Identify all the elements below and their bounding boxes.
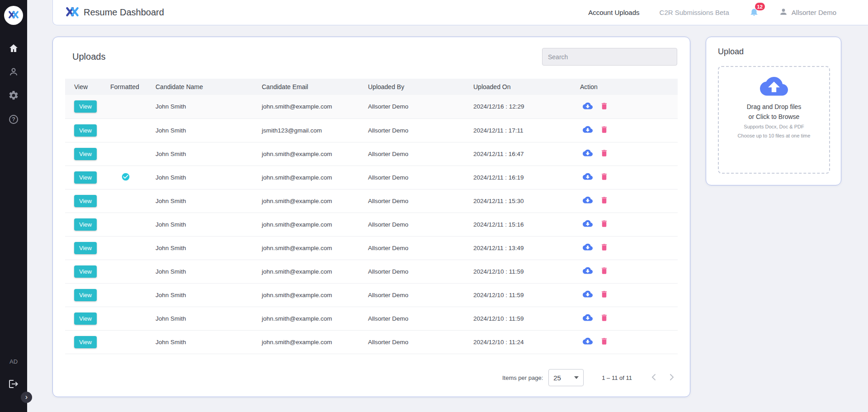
logout-icon: [8, 379, 19, 391]
download-button[interactable]: [583, 149, 593, 158]
notification-badge: 12: [755, 3, 765, 10]
download-button[interactable]: [583, 267, 593, 276]
download-button[interactable]: [583, 126, 593, 135]
candidate-email: john.smith@example.com: [262, 189, 368, 213]
sidebar-item-help[interactable]: [7, 113, 20, 126]
delete-button[interactable]: [600, 101, 609, 112]
table-row: View John Smith john.smith@example.com A…: [65, 236, 678, 260]
uploads-table-head-row: ViewFormattedCandidate NameCandidate Ema…: [65, 79, 678, 95]
trash-icon: [600, 223, 609, 230]
download-button[interactable]: [583, 173, 593, 182]
delete-button[interactable]: [600, 336, 609, 347]
uploaded-by: Allsorter Demo: [368, 213, 473, 236]
sidebar-item-home[interactable]: [7, 43, 20, 55]
download-button[interactable]: [583, 196, 593, 205]
uploaded-on: 2024/12/10 : 11:59: [473, 260, 580, 283]
uploaded-on: 2024/12/10 : 11:59: [473, 283, 580, 307]
delete-button[interactable]: [600, 195, 609, 206]
click-browse-text: or Click to Browse: [719, 113, 829, 120]
next-page-button[interactable]: [666, 372, 677, 384]
bell-icon: [749, 11, 759, 18]
brand-x-icon: [66, 7, 79, 19]
download-button[interactable]: [583, 337, 593, 346]
upload-panel: Upload Drag and Drop files or Click to B…: [706, 37, 841, 185]
dropdown-icon: [574, 376, 579, 379]
table-row: View John Smith john.smith@example.com A…: [65, 283, 678, 307]
cloud-download-icon: [583, 222, 593, 229]
candidate-email: john.smith@example.com: [262, 260, 368, 283]
download-button[interactable]: [583, 102, 593, 111]
nav-c2r-submissions[interactable]: C2R Submissions Beta: [660, 9, 729, 16]
prev-page-button[interactable]: [648, 372, 659, 384]
view-button[interactable]: View: [74, 265, 97, 278]
sidebar-item-candidates[interactable]: [7, 66, 20, 79]
file-dropzone[interactable]: Drag and Drop files or Click to Browse S…: [718, 66, 830, 174]
delete-button[interactable]: [600, 219, 609, 230]
table-row: View John Smith john.smith@example.com A…: [65, 307, 678, 330]
view-button[interactable]: View: [74, 100, 97, 113]
notifications-button[interactable]: 12: [749, 7, 759, 18]
cloud-download-icon: [583, 128, 593, 135]
upload-title: Upload: [718, 47, 841, 57]
uploaded-by: Allsorter Demo: [368, 330, 473, 354]
candidate-name: John Smith: [156, 142, 262, 166]
view-button[interactable]: View: [74, 289, 97, 301]
candidate-name: John Smith: [156, 95, 262, 118]
people-icon: [8, 66, 19, 79]
sidebar-item-settings[interactable]: [7, 90, 20, 102]
sidebar-logo: [4, 6, 23, 25]
view-button[interactable]: View: [74, 218, 97, 231]
delete-button[interactable]: [600, 242, 609, 253]
view-button[interactable]: View: [74, 195, 97, 207]
candidate-name: John Smith: [156, 213, 262, 236]
items-per-page-select[interactable]: 25: [548, 369, 584, 386]
uploads-title: Uploads: [72, 52, 105, 62]
candidate-email: john.smith@example.com: [262, 95, 368, 118]
candidate-name: John Smith: [156, 236, 262, 260]
trash-icon: [600, 176, 609, 183]
download-button[interactable]: [583, 290, 593, 299]
trash-icon: [600, 152, 609, 159]
cloud-download-icon: [583, 199, 593, 205]
download-button[interactable]: [583, 243, 593, 252]
delete-button[interactable]: [600, 313, 609, 324]
view-button[interactable]: View: [74, 313, 97, 325]
column-header-candidate-email: Candidate Email: [262, 79, 368, 95]
uploads-table: ViewFormattedCandidate NameCandidate Ema…: [65, 79, 678, 354]
candidate-email: john.smith@example.com: [262, 283, 368, 307]
candidate-name: John Smith: [156, 307, 262, 330]
candidate-name: John Smith: [156, 330, 262, 354]
cloud-download-icon: [583, 175, 593, 182]
candidate-name: John Smith: [156, 166, 262, 189]
candidate-email: john.smith@example.com: [262, 236, 368, 260]
delete-button[interactable]: [600, 266, 609, 277]
delete-button[interactable]: [600, 172, 609, 183]
delete-button[interactable]: [600, 289, 609, 300]
nav-account-uploads[interactable]: Account Uploads: [588, 9, 639, 16]
user-menu[interactable]: Allsorter Demo: [779, 7, 836, 18]
candidate-name: John Smith: [156, 283, 262, 307]
download-button[interactable]: [583, 220, 593, 229]
user-name: Allsorter Demo: [792, 9, 836, 16]
home-icon: [8, 43, 19, 55]
brand: Resume Dashboard: [66, 7, 164, 19]
sidebar: AD: [0, 0, 27, 412]
view-button[interactable]: View: [74, 124, 97, 137]
app-header: Resume Dashboard Account Uploads C2R Sub…: [52, 0, 868, 25]
search-input[interactable]: [542, 48, 677, 66]
brand-x-icon: [8, 11, 19, 20]
cloud-download-icon: [583, 316, 593, 323]
view-button[interactable]: View: [74, 336, 97, 348]
logout-button[interactable]: [7, 378, 20, 391]
uploaded-by: Allsorter Demo: [368, 260, 473, 283]
view-button[interactable]: View: [74, 171, 97, 184]
uploaded-on: 2024/12/10 : 11:59: [473, 307, 580, 330]
download-button[interactable]: [583, 314, 593, 323]
view-button[interactable]: View: [74, 148, 97, 160]
uploaded-on: 2024/12/10 : 11:24: [473, 330, 580, 354]
delete-button[interactable]: [600, 148, 609, 159]
uploaded-by: Allsorter Demo: [368, 283, 473, 307]
view-button[interactable]: View: [74, 242, 97, 254]
delete-button[interactable]: [600, 125, 609, 136]
sidebar-expand-button[interactable]: [21, 392, 32, 403]
